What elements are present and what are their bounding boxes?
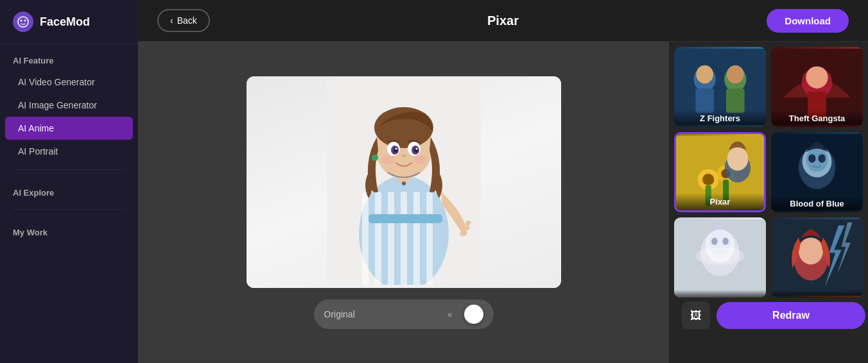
style-card-bottom-right[interactable]	[771, 217, 863, 298]
sidebar-divider-1	[13, 169, 125, 170]
style-card-label-bottom-right	[771, 290, 863, 298]
logo-area: FaceMod	[0, 0, 138, 44]
svg-point-0	[18, 17, 28, 27]
my-work-section-label: My Work	[0, 216, 138, 242]
svg-point-62	[695, 247, 744, 266]
svg-point-36	[727, 65, 744, 84]
style-card-blood-of-blue[interactable]: Blood of Blue	[771, 132, 863, 212]
sidebar-divider-2	[13, 209, 125, 210]
sidebar-item-ai-image-generator[interactable]: AI Image Generator	[5, 94, 133, 117]
style-card-bottom-left[interactable]	[674, 217, 766, 298]
svg-rect-11	[369, 214, 442, 223]
image-icon: 🖼	[690, 309, 702, 323]
svg-point-24	[413, 155, 426, 164]
style-card-label-theft-gangsta: Theft Gangsta	[771, 110, 863, 127]
svg-point-26	[402, 182, 406, 185]
svg-point-22	[415, 148, 417, 149]
svg-point-25	[372, 155, 378, 161]
image-upload-button[interactable]: 🖼	[682, 301, 710, 330]
comparison-slider[interactable]: Original «	[314, 300, 494, 329]
sidebar-item-ai-anime[interactable]: AI Anime	[5, 117, 133, 140]
svg-rect-9	[413, 192, 420, 285]
header: ‹ Back Pixar Download	[138, 0, 868, 42]
canvas-area: Original «	[138, 42, 669, 363]
svg-point-54	[808, 154, 815, 162]
style-card-image-bottom-left	[674, 217, 766, 298]
logo-icon	[13, 12, 33, 32]
slider-knob[interactable]	[464, 305, 483, 324]
style-card-label-blood-of-blue: Blood of Blue	[771, 195, 863, 212]
page-title: Pixar	[487, 13, 519, 28]
svg-rect-10	[426, 192, 433, 285]
style-card-theft-gangsta[interactable]: Theft Gangsta	[771, 47, 863, 127]
svg-point-61	[722, 238, 729, 245]
sidebar-item-label: AI Anime	[18, 123, 54, 133]
slider-arrows-icon: «	[447, 309, 453, 319]
sidebar-item-label: AI Image Generator	[18, 100, 97, 110]
back-button[interactable]: ‹ Back	[157, 9, 210, 32]
image-container	[247, 76, 561, 288]
bottom-action-bar: 🖼 Redraw	[679, 301, 868, 333]
sidebar-item-label: AI Portrait	[18, 146, 58, 156]
svg-point-49	[727, 148, 748, 171]
svg-point-23	[381, 155, 394, 164]
svg-rect-6	[375, 192, 381, 285]
download-button[interactable]: Download	[767, 9, 849, 33]
redraw-label: Redraw	[772, 310, 810, 321]
sidebar-item-ai-portrait[interactable]: AI Portrait	[5, 140, 133, 163]
svg-point-2	[24, 20, 26, 22]
slider-label: Original	[324, 309, 355, 319]
svg-point-60	[711, 238, 718, 245]
svg-point-21	[395, 148, 397, 149]
style-card-z-fighters[interactable]: Z Fighters	[674, 47, 766, 127]
sidebar-item-ai-video-generator[interactable]: AI Video Generator	[5, 71, 133, 94]
style-card-label-pixar: Pixar	[676, 193, 764, 210]
svg-point-1	[21, 20, 22, 22]
main-content: ‹ Back Pixar Download	[138, 0, 868, 363]
svg-point-33	[696, 65, 713, 84]
svg-point-43	[702, 174, 714, 185]
app-logo-text: FaceMod	[40, 15, 90, 29]
redraw-button[interactable]: Redraw	[716, 302, 865, 329]
ai-feature-section-label: AI Feature	[0, 44, 138, 71]
back-label: Back	[177, 15, 197, 26]
pixar-character-display	[247, 76, 561, 288]
style-card-label-bottom-left	[674, 290, 766, 298]
style-card-image-bottom-right	[771, 217, 863, 298]
ai-explore-section-label: AI Explore	[0, 176, 138, 203]
svg-rect-8	[401, 192, 407, 285]
styles-grid: Z Fighters Theft Gangsta	[674, 47, 863, 304]
svg-rect-7	[388, 192, 394, 285]
content-area: Original «	[138, 42, 868, 363]
svg-point-55	[818, 154, 825, 162]
svg-rect-5	[362, 192, 369, 285]
sidebar: FaceMod AI Feature AI Video Generator AI…	[0, 0, 138, 363]
svg-point-40	[806, 67, 828, 89]
style-card-pixar[interactable]: Pixar	[674, 132, 766, 212]
svg-point-65	[799, 238, 823, 265]
back-chevron-icon: ‹	[170, 15, 173, 26]
download-label: Download	[785, 15, 831, 26]
style-card-label-z-fighters: Z Fighters	[674, 110, 766, 127]
sidebar-item-label: AI Video Generator	[18, 77, 95, 87]
right-panel: Z Fighters Theft Gangsta	[669, 42, 868, 363]
